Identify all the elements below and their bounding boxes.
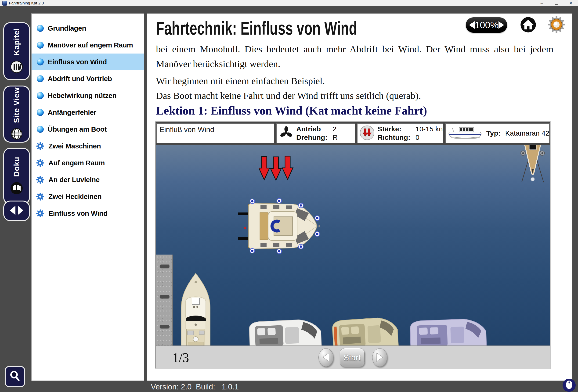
sphere-bullet-icon (37, 42, 44, 49)
collapse-arrows-icon (9, 206, 24, 216)
books-icon (10, 60, 23, 74)
zoom-control: 100% (466, 17, 507, 33)
mouse-hint-button[interactable] (563, 379, 576, 392)
next-step-button[interactable] (372, 348, 387, 367)
paragraph: bei einem Monohull. Dies bedeutet auch m… (156, 42, 553, 71)
sidebar-item-an-der-luvleine[interactable]: An der Luvleine (32, 171, 144, 188)
tab-doku[interactable]: Doku (3, 148, 30, 205)
sidebar-item-anfaengerfehler[interactable]: Anfängerfehler (32, 104, 144, 121)
zoom-level: 100% (475, 20, 498, 30)
simulation-infobar: Einfluß von Wind (156, 122, 550, 145)
typ-value: Katamaran 42 (505, 129, 549, 137)
sidebar-item-manoever-auf-engem-raum[interactable]: Manöver auf engem Raum (32, 37, 144, 53)
sidebar-item-hebelwirkung-nuetzen[interactable]: Hebelwirkung nützen (32, 87, 144, 104)
search-button[interactable] (5, 366, 25, 387)
tab-kapitel[interactable]: Kapitel (3, 22, 30, 80)
tab-site-view-label: Site View (12, 87, 21, 123)
staerke-label: Stärke: (378, 125, 410, 133)
dock-cleat (160, 264, 170, 268)
chapter-list-panel: Grundlagen Manöver auf engem Raum Einflu… (31, 13, 144, 381)
sidebar-item-einfluss-von-wind[interactable]: Einfluss von Wind (32, 53, 144, 70)
antrieb-value: 2 (333, 125, 338, 133)
settings-button[interactable] (548, 16, 565, 34)
sphere-bullet-icon (37, 75, 44, 82)
settings-gear-icon (548, 30, 565, 34)
docked-boat-purple (406, 317, 488, 346)
sidebar-item-zwei-maschinen[interactable]: Zwei Maschinen (32, 138, 144, 155)
search-icon (8, 369, 22, 384)
simulation-controls: 1/3 Start (156, 346, 550, 369)
open-book-icon (10, 182, 23, 196)
lesson-heading: Lektion 1: Einfluss von Wind (Kat macht … (156, 104, 427, 117)
docked-boat-beige (329, 316, 399, 346)
staerke-value: 10-15 kn (416, 125, 443, 133)
minimize-button[interactable]: – (534, 0, 549, 6)
propeller-icon (279, 126, 293, 140)
sidebar-item-zwei-heckleinen[interactable]: Zwei Heckleinen (32, 188, 144, 205)
paragraph: Wir beginnen mit einem einfachen Beispie… (156, 74, 553, 88)
gear-icon (36, 159, 45, 167)
start-button-label: Start (343, 353, 361, 362)
home-icon (520, 30, 536, 34)
window-controls: – ✕ (534, 0, 578, 6)
drehung-value: R (333, 133, 338, 141)
catamaran-boat[interactable] (238, 198, 321, 255)
sailboat (520, 145, 545, 184)
dock (156, 255, 173, 346)
richtung-label: Richtung: (378, 133, 410, 141)
page-title: Fahrtechnik: Einfluss von Wind (156, 18, 357, 39)
sphere-bullet-icon (37, 92, 44, 99)
boat-type-icon (447, 125, 482, 141)
next-arrow-icon (376, 352, 384, 363)
paragraph: Das Boot macht keine Fahrt und der Wind … (156, 88, 553, 103)
gear-icon (36, 209, 45, 218)
simulation-widget: Einfluß von Wind (155, 121, 551, 369)
sidebar-item-grundlagen[interactable]: Grundlagen (32, 20, 144, 37)
wind-info-box: Stärke: 10-15 kn Richtung: 0 (357, 123, 443, 143)
sphere-bullet-icon (37, 58, 44, 65)
sidebar-item-auf-engem-raum[interactable]: Auf engem Raum (32, 155, 144, 171)
richtung-value: 0 (416, 133, 443, 141)
maximize-icon (555, 2, 558, 5)
scenario-name: Einfluß von Wind (159, 126, 214, 134)
close-button[interactable]: ✕ (564, 0, 578, 6)
sphere-bullet-icon (37, 126, 44, 133)
dock-cleat (160, 325, 170, 328)
scenario-name-box: Einfluß von Wind (156, 123, 274, 143)
drive-info-box: Antrieb 2 Drehung: R (276, 123, 355, 143)
version-label: Version: 2.0 Build: 1.0.1 (151, 382, 239, 391)
maximize-button[interactable] (549, 0, 564, 6)
window-title: Fahrtraining Kat 2.0 (9, 1, 44, 6)
window-titlebar: Fahrtraining Kat 2.0 – ✕ (0, 0, 578, 6)
tab-kapitel-label: Kapitel (12, 28, 21, 55)
mouse-hint-icon (565, 380, 573, 390)
typ-label: Typ: (486, 129, 501, 137)
zoom-out-button[interactable] (469, 21, 475, 29)
boat-type-box: Typ: Katamaran 42 (445, 123, 550, 143)
sidebar-item-abdrift-und-vortrieb[interactable]: Abdrift und Vortrieb (32, 70, 144, 87)
home-button[interactable] (520, 17, 536, 34)
tab-doku-label: Doku (12, 157, 21, 177)
gear-icon (36, 192, 45, 201)
antrieb-label: Antrieb (296, 125, 327, 133)
collapse-panel-button[interactable] (3, 201, 30, 221)
docked-boat-white (245, 318, 322, 346)
content-panel: Fahrtechnik: Einfluss von Wind 100% (147, 13, 572, 381)
page-indicator: 1/3 (172, 350, 189, 365)
start-button[interactable]: Start (340, 348, 365, 367)
simulation-canvas[interactable] (156, 145, 550, 346)
previous-arrow-icon (322, 352, 330, 363)
sidebar-item-einfluss-von-wind-lektion[interactable]: Einfluss von Wind (32, 205, 144, 222)
previous-step-button[interactable] (318, 348, 334, 367)
sphere-bullet-icon (37, 25, 44, 32)
gear-icon (36, 175, 45, 184)
zoom-in-button[interactable] (498, 21, 504, 29)
tab-site-view[interactable]: Site View (3, 86, 30, 143)
app-icon (2, 1, 7, 6)
wind-strength-icon (359, 125, 375, 141)
gear-icon (36, 142, 45, 150)
drehung-label: Drehung: (296, 133, 327, 141)
dock-cleat (160, 295, 170, 298)
sidebar-item-uebungen-am-boot[interactable]: Übungen am Boot (32, 121, 144, 138)
sphere-bullet-icon (37, 109, 44, 116)
